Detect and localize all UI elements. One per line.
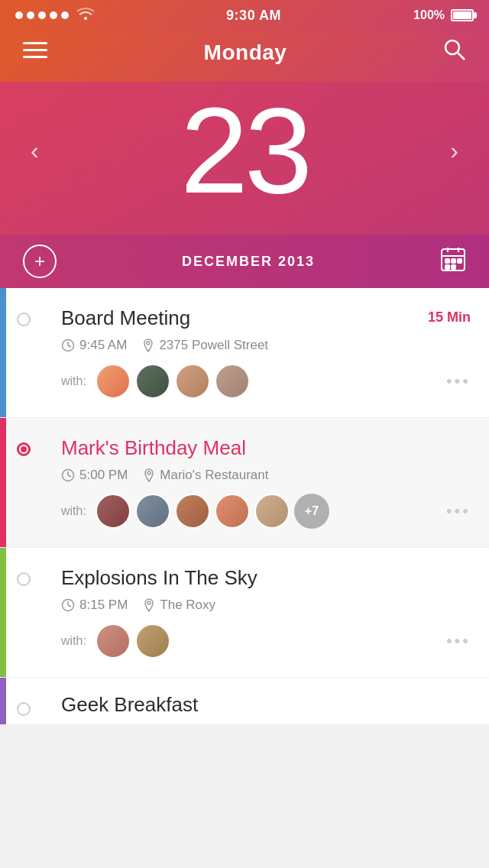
signal-dot-5 — [61, 11, 69, 19]
add-icon: + — [34, 251, 45, 272]
avatar-2-4 — [215, 494, 250, 529]
status-left — [15, 8, 94, 24]
event-title-2: Mark's Birthday Meal — [61, 436, 246, 460]
avatars-2: +7 — [96, 494, 329, 529]
events-list: Board Meeting 15 Min 9:45 AM 2375 Powell… — [0, 288, 489, 724]
svg-line-4 — [458, 53, 465, 60]
add-event-button[interactable]: + — [23, 245, 57, 278]
avatar-more-2: +7 — [294, 494, 329, 529]
event-attendees-1: with: — [61, 364, 250, 399]
svg-point-3 — [445, 40, 459, 54]
event-header-3: Explosions In The Sky — [61, 566, 471, 590]
battery-icon — [451, 9, 474, 21]
avatar-3-2 — [135, 623, 170, 659]
avatar-1-3 — [175, 364, 210, 399]
prev-date-button[interactable]: ‹ — [23, 129, 47, 173]
next-date-button[interactable]: › — [442, 129, 466, 173]
avatar-1-2 — [135, 364, 170, 399]
svg-rect-1 — [23, 49, 47, 51]
event-meta-2: 5:00 PM Mario's Restaurant — [61, 468, 471, 483]
event-time-3: 8:15 PM — [61, 598, 128, 613]
status-time: 9:30 AM — [226, 8, 281, 24]
status-bar: 9:30 AM 100% — [0, 0, 489, 31]
svg-line-24 — [68, 605, 71, 607]
svg-line-16 — [68, 345, 71, 347]
event-birthday-meal[interactable]: Mark's Birthday Meal 5:00 PM Mario's Res… — [0, 418, 489, 548]
event-location-1: 2375 Powell Street — [142, 338, 268, 353]
event-meta-1: 9:45 AM 2375 Powell Street — [61, 338, 471, 353]
event-title-3: Explosions In The Sky — [61, 566, 257, 590]
timeline-dot-1 — [17, 313, 31, 326]
event-attendees-3: with: — [61, 623, 170, 659]
svg-rect-10 — [452, 259, 455, 263]
with-label-2: with: — [61, 504, 86, 518]
event-title-1: Board Meeting — [61, 306, 190, 330]
svg-rect-9 — [445, 259, 449, 263]
calendar-icon[interactable] — [440, 246, 466, 277]
event-location-3: The Roxy — [143, 598, 215, 613]
event-time-value-2: 5:00 PM — [79, 468, 128, 483]
timeline-dot-2 — [17, 442, 31, 456]
svg-point-17 — [147, 342, 150, 345]
signal-dot-1 — [15, 11, 23, 19]
timeline-dot-4 — [17, 702, 31, 716]
event-explosions[interactable]: Explosions In The Sky 8:15 PM The Roxy — [0, 548, 489, 678]
attendees-row-1: with: ••• — [61, 364, 471, 399]
event-attendees-2: with: +7 — [61, 494, 329, 529]
event-location-value-2: Mario's Restaurant — [160, 468, 268, 483]
month-year-label: DECEMBER 2013 — [182, 254, 315, 270]
with-label-1: with: — [61, 374, 86, 388]
avatar-1-4 — [215, 364, 250, 399]
event-location-value-1: 2375 Powell Street — [159, 338, 268, 353]
signal-dot-3 — [38, 11, 46, 19]
event-time-value-1: 9:45 AM — [79, 338, 127, 353]
date-section: ‹ 23 › — [0, 82, 489, 235]
svg-rect-2 — [23, 56, 47, 58]
status-right: 100% — [413, 8, 474, 22]
with-label-3: with: — [61, 634, 86, 648]
avatars-3 — [96, 623, 170, 659]
timeline-dot-3 — [17, 572, 31, 586]
event-header-2: Mark's Birthday Meal — [61, 436, 471, 460]
event-location-2: Mario's Restaurant — [143, 468, 268, 483]
event-time-1: 9:45 AM — [61, 338, 127, 353]
signal-dot-2 — [27, 11, 34, 19]
date-number: 23 — [180, 89, 309, 212]
event-time-2: 5:00 PM — [61, 468, 128, 483]
header: Monday — [0, 31, 489, 82]
month-bar: + DECEMBER 2013 — [0, 235, 489, 288]
event-color-bar-3 — [0, 548, 6, 677]
event-more-1[interactable]: ••• — [446, 371, 471, 391]
avatar-1-1 — [96, 364, 131, 399]
svg-rect-13 — [452, 265, 455, 269]
signal-dot-4 — [50, 11, 57, 19]
event-geek-breakfast[interactable]: Geek Breakfast — [0, 678, 489, 724]
event-time-value-3: 8:15 PM — [79, 598, 128, 613]
event-meta-3: 8:15 PM The Roxy — [61, 598, 471, 613]
avatar-3-1 — [96, 623, 131, 659]
svg-line-20 — [68, 475, 71, 477]
menu-icon[interactable] — [23, 42, 47, 63]
event-board-meeting[interactable]: Board Meeting 15 Min 9:45 AM 2375 Powell… — [0, 288, 489, 418]
battery-percent: 100% — [413, 8, 445, 22]
svg-rect-11 — [458, 259, 461, 263]
event-title-4: Geek Breakfast — [61, 693, 198, 716]
event-alert-1: 15 Min — [428, 309, 471, 326]
search-icon[interactable] — [443, 38, 466, 66]
avatar-2-2 — [135, 494, 170, 529]
attendees-row-3: with: ••• — [61, 623, 471, 659]
event-header-1: Board Meeting 15 Min — [61, 306, 471, 330]
svg-rect-0 — [23, 42, 47, 44]
event-location-value-3: The Roxy — [160, 598, 215, 613]
avatars-1 — [96, 364, 250, 399]
event-color-bar-2 — [0, 418, 6, 547]
event-more-3[interactable]: ••• — [446, 631, 471, 651]
svg-point-25 — [147, 601, 151, 604]
avatar-2-1 — [96, 494, 131, 529]
avatar-2-3 — [175, 494, 210, 529]
event-color-bar-4 — [0, 678, 6, 724]
attendees-row-2: with: +7 ••• — [61, 494, 471, 529]
event-more-2[interactable]: ••• — [446, 501, 471, 521]
avatar-2-5 — [254, 494, 290, 529]
header-title: Monday — [204, 40, 287, 65]
